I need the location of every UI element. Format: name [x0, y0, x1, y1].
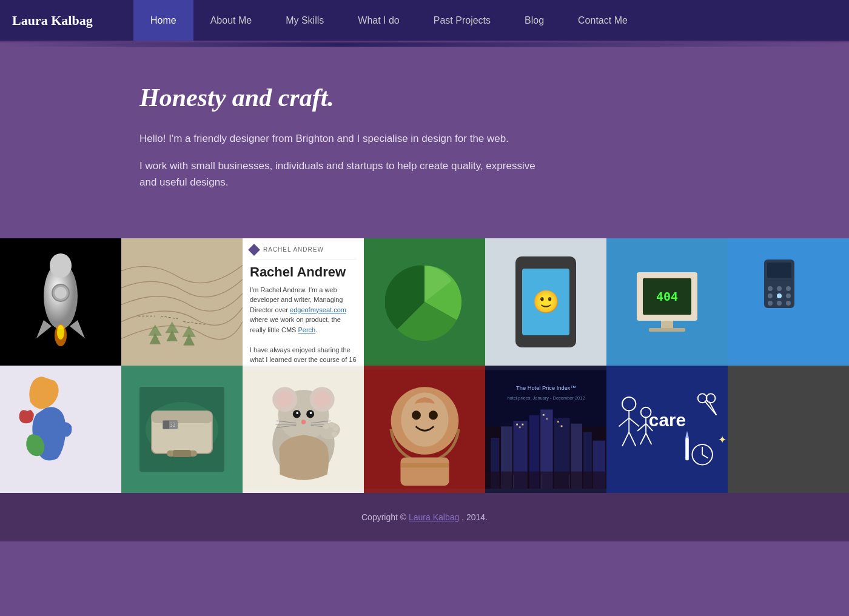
rachel-bio: I'm Rachel Andrew. I'm a web developer a…	[250, 285, 357, 366]
rachel-link[interactable]: edgeofmyseat.com	[290, 306, 346, 313]
portfolio-cell-uk-map[interactable]	[0, 366, 121, 493]
portfolio-cell-blue-tech[interactable]	[728, 238, 849, 366]
rachel-site-label: Rachel Andrew	[263, 246, 324, 253]
footer-copyright: Copyright © Laura Kalbag , 2014.	[361, 512, 488, 522]
footer-year: , 2014.	[461, 512, 488, 522]
tablet-device: 🙂	[515, 256, 576, 347]
svg-point-21	[768, 286, 773, 291]
portfolio-cell-pie-chart[interactable]	[364, 238, 485, 366]
site-footer: Copyright © Laura Kalbag , 2014.	[0, 493, 849, 541]
svg-rect-82	[519, 426, 521, 428]
svg-text:care: care	[649, 410, 686, 430]
site-title: Laura Kalbag	[12, 13, 133, 28]
nav-about-me[interactable]: About Me	[193, 0, 269, 41]
svg-point-22	[777, 286, 782, 291]
portfolio-cell-404[interactable]: 404	[606, 238, 728, 366]
nav-past-projects[interactable]: Past Projects	[417, 0, 508, 41]
portfolio-cell-astronaut[interactable]	[364, 366, 485, 493]
svg-text:✦: ✦	[718, 434, 727, 446]
svg-marker-4	[36, 320, 52, 338]
nav-home[interactable]: Home	[133, 0, 193, 41]
main-nav: Home About Me My Skills What I do Past P…	[133, 0, 645, 41]
portfolio-cell-topo-map[interactable]	[121, 238, 243, 366]
footer-link[interactable]: Laura Kalbag	[409, 512, 459, 522]
svg-point-29	[786, 301, 791, 306]
rachel-name: Rachel Andrew	[250, 264, 357, 280]
svg-text:The Hotel Price Index™: The Hotel Price Index™	[516, 384, 576, 390]
hero-tagline: Honesty and craft.	[139, 83, 849, 112]
svg-point-59	[323, 423, 329, 429]
svg-point-25	[777, 293, 782, 298]
svg-rect-20	[767, 263, 791, 278]
svg-rect-36	[173, 450, 191, 457]
site-header: Laura Kalbag Home About Me My Skills Wha…	[0, 0, 849, 41]
svg-rect-81	[516, 423, 518, 425]
svg-point-66	[412, 410, 421, 420]
portfolio-cell-wallet[interactable]: 32	[121, 366, 243, 493]
nav-what-i-do[interactable]: What I do	[341, 0, 416, 41]
svg-point-62	[332, 431, 337, 437]
svg-point-61	[333, 425, 338, 430]
portfolio-grid: Rachel Andrew Rachel Andrew I'm Rachel A…	[0, 238, 849, 493]
portfolio-cell-rocket[interactable]	[0, 238, 121, 366]
svg-point-28	[777, 301, 782, 306]
svg-rect-8	[121, 243, 243, 361]
svg-point-46	[314, 391, 330, 407]
svg-marker-5	[70, 320, 85, 338]
nav-my-skills[interactable]: My Skills	[269, 0, 341, 41]
svg-point-51	[301, 420, 306, 424]
svg-rect-115	[685, 438, 689, 460]
svg-point-23	[786, 286, 791, 291]
svg-text:hotel prices: January - Decemb: hotel prices: January - December 2012	[507, 395, 585, 400]
svg-rect-34	[152, 411, 212, 423]
svg-point-7	[57, 325, 64, 340]
svg-point-24	[768, 293, 773, 298]
svg-point-3	[55, 287, 67, 299]
svg-rect-68	[400, 457, 449, 486]
svg-point-44	[277, 391, 293, 407]
monitor-base	[649, 328, 685, 332]
perch-link[interactable]: Perch	[298, 326, 315, 333]
tablet-screen: 🙂	[522, 269, 569, 335]
portfolio-cell-mouse[interactable]	[243, 366, 364, 493]
svg-rect-87	[561, 425, 563, 427]
svg-text:32: 32	[170, 423, 176, 428]
svg-point-1	[50, 253, 72, 278]
svg-point-27	[768, 301, 773, 306]
svg-rect-86	[557, 421, 559, 423]
copyright-text: Copyright ©	[361, 512, 406, 522]
hero-para1: Hello! I'm a friendly designer from Brig…	[139, 130, 552, 147]
svg-rect-38	[163, 421, 169, 429]
svg-point-47	[293, 410, 301, 418]
svg-rect-84	[543, 413, 545, 415]
svg-point-49	[296, 412, 298, 414]
svg-rect-69	[400, 463, 449, 467]
hero-section: Honesty and craft. Hello! I'm a friendly…	[0, 47, 849, 238]
hero-para2: I work with small businesses, individual…	[139, 158, 552, 190]
old-computer-illustration: 404	[637, 272, 697, 332]
nav-contact-me[interactable]: Contact Me	[561, 0, 645, 41]
svg-point-67	[429, 410, 438, 420]
header-decorative-bar	[0, 41, 849, 47]
svg-rect-85	[546, 418, 548, 420]
svg-point-48	[306, 410, 314, 418]
portfolio-cell-care[interactable]: care ✦	[606, 366, 728, 493]
svg-point-26	[786, 293, 791, 298]
svg-rect-83	[522, 423, 523, 425]
svg-point-50	[310, 412, 312, 414]
portfolio-cell-tablet[interactable]: 🙂	[485, 238, 606, 366]
monitor-stand	[661, 321, 673, 328]
svg-rect-88	[485, 471, 606, 488]
monitor-screen: 404	[643, 278, 691, 315]
nav-blog[interactable]: Blog	[508, 0, 561, 41]
rachel-diamond-icon	[248, 244, 260, 256]
portfolio-cell-rachel-andrew[interactable]: Rachel Andrew Rachel Andrew I'm Rachel A…	[243, 238, 364, 366]
portfolio-cell-hotel-price[interactable]: The Hotel Price Index™ hotel prices: Jan…	[485, 366, 606, 493]
